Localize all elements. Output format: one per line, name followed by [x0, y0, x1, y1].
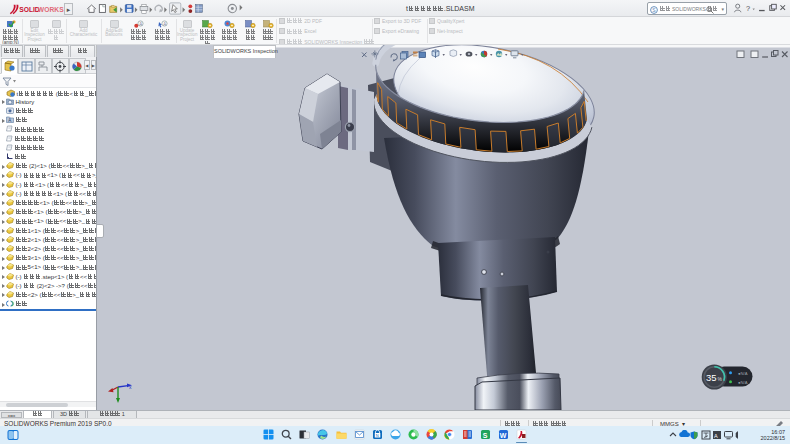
- svg-text:W: W: [500, 432, 507, 439]
- svg-text:S: S: [483, 432, 488, 439]
- svg-text:N: N: [376, 433, 379, 438]
- svg-text:WORKS: WORKS: [38, 6, 64, 13]
- svg-text:●N/A: ●N/A: [738, 380, 748, 385]
- svg-text:SOLID: SOLID: [19, 6, 40, 13]
- svg-text:A: A: [163, 21, 166, 26]
- svg-text:A: A: [8, 118, 11, 123]
- svg-text:A: A: [139, 21, 142, 26]
- svg-text:?: ?: [746, 4, 750, 13]
- svg-text:%: %: [718, 376, 723, 382]
- svg-text:35: 35: [706, 372, 717, 383]
- svg-text:●N/A: ●N/A: [738, 371, 748, 376]
- svg-text:S: S: [652, 7, 656, 13]
- svg-text:A: A: [714, 433, 718, 439]
